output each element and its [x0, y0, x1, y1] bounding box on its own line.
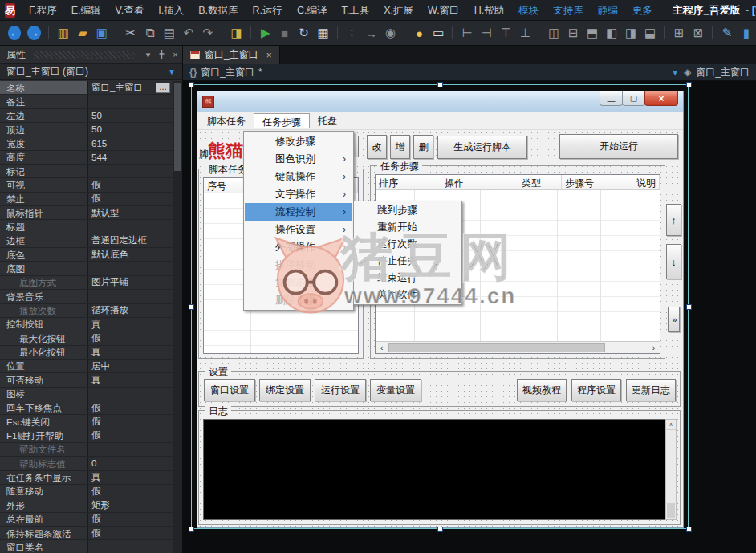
- property-value[interactable]: 真 …: [88, 373, 173, 386]
- property-value[interactable]: 假 …: [88, 178, 173, 191]
- step-into-icon[interactable]: →: [363, 23, 380, 43]
- close-panel-icon[interactable]: ×: [169, 50, 182, 59]
- column-header[interactable]: 说明: [633, 175, 660, 189]
- context-menu-item[interactable]: 排序移动: [245, 256, 352, 274]
- context-menu-item[interactable]: 修改步骤: [245, 132, 352, 150]
- scrollbar-thumb[interactable]: [174, 83, 181, 171]
- context-menu-item[interactable]: 流程控制 ›: [245, 203, 352, 221]
- submenu-item[interactable]: 结束运行: [355, 270, 461, 287]
- property-value[interactable]: …: [88, 262, 173, 274]
- form-menu-item[interactable]: 脚本任务: [199, 113, 254, 128]
- column-header[interactable]: 类型: [518, 175, 562, 189]
- submenu-item[interactable]: 停止任务: [355, 253, 461, 270]
- delete-button[interactable]: 删: [413, 135, 433, 159]
- plugin-menu-item[interactable]: 支持库: [546, 0, 591, 21]
- step-lock-icon[interactable]: ◉: [382, 23, 400, 43]
- property-value[interactable]: …: [88, 95, 173, 108]
- property-value[interactable]: 假 …: [88, 331, 173, 344]
- property-value[interactable]: …: [88, 290, 173, 303]
- menu-item[interactable]: H.帮助: [467, 0, 512, 21]
- properties-scrollbar[interactable]: [173, 81, 182, 553]
- tab-close-icon[interactable]: ×: [266, 50, 272, 61]
- context-menu-item[interactable]: 图色识别 ›: [245, 150, 352, 168]
- submenu-item[interactable]: 跳到步骤: [355, 202, 461, 219]
- stop-icon[interactable]: ■: [276, 23, 294, 43]
- property-value[interactable]: …: [88, 540, 173, 553]
- plugin-menu-item[interactable]: 更多: [625, 0, 660, 21]
- selection-handle[interactable]: [437, 527, 443, 532]
- cut-icon[interactable]: ✂: [122, 23, 140, 43]
- menu-item[interactable]: F.程序: [22, 0, 64, 21]
- selection-handle[interactable]: [686, 82, 692, 87]
- context-menu-item[interactable]: 外部操作 ›: [245, 238, 352, 256]
- align-top-icon[interactable]: ⊤: [497, 23, 514, 43]
- property-value[interactable]: 真 …: [88, 318, 173, 331]
- center-horizontal-icon[interactable]: ⊟: [564, 23, 582, 43]
- help-button[interactable]: 更新日志: [626, 379, 676, 401]
- settings-button[interactable]: 运行设置: [315, 379, 366, 401]
- pin-icon[interactable]: [155, 50, 169, 60]
- tab-window-main[interactable]: 窗口_主窗口 ×: [183, 46, 280, 64]
- space-across-icon[interactable]: ◧: [603, 23, 620, 43]
- help-button[interactable]: 程序设置: [571, 379, 621, 401]
- property-value[interactable]: 假 …: [88, 527, 173, 539]
- submenu-item[interactable]: 重新开始: [355, 219, 461, 236]
- settings-button[interactable]: 窗口设置: [204, 379, 255, 401]
- menu-item[interactable]: I.插入: [151, 0, 191, 21]
- space-down-icon[interactable]: ⬓: [641, 23, 659, 43]
- log-scrollbar[interactable]: ∧: [665, 419, 677, 520]
- plugin-menu-item[interactable]: 模块: [511, 0, 546, 21]
- selection-handle[interactable]: [437, 82, 443, 87]
- fit-size-icon[interactable]: ⊠: [689, 23, 707, 43]
- help-button[interactable]: 视频教程: [517, 379, 567, 401]
- close-button[interactable]: ×: [644, 91, 678, 106]
- generate-script-button[interactable]: 生成运行脚本: [437, 136, 527, 159]
- menu-item[interactable]: B.数据库: [191, 0, 245, 21]
- chevron-down-icon[interactable]: ▼: [671, 68, 679, 77]
- property-value[interactable]: 循环播放 …: [88, 304, 173, 317]
- new-program-icon[interactable]: ▥: [55, 23, 72, 43]
- selection-handle[interactable]: [189, 304, 194, 310]
- property-value[interactable]: 普通固定边框 …: [88, 234, 173, 247]
- add-button[interactable]: 增: [390, 135, 410, 159]
- settings-button[interactable]: 变量设置: [370, 379, 421, 401]
- property-value[interactable]: 假 …: [88, 415, 173, 428]
- property-value[interactable]: 假 …: [88, 485, 173, 498]
- column-header[interactable]: 操作: [441, 175, 518, 189]
- column-header[interactable]: 排序: [376, 175, 441, 189]
- compile-icon[interactable]: ▦: [315, 23, 332, 43]
- settings-button[interactable]: 绑定设置: [259, 379, 311, 401]
- property-value[interactable]: 50 …: [88, 123, 173, 136]
- maximize-button[interactable]: ▢: [622, 91, 645, 106]
- selection-handle[interactable]: [686, 304, 692, 310]
- run-icon[interactable]: ▶: [257, 23, 274, 43]
- submenu-item[interactable]: 运行次数: [355, 236, 461, 253]
- object-selector[interactable]: 窗口_主窗口 (窗口) ▼: [0, 63, 182, 80]
- submenu-item[interactable]: 关闭软件: [355, 287, 461, 303]
- plugin-menu-item[interactable]: 静编: [591, 0, 625, 21]
- property-value[interactable]: 窗口_主窗口 …: [88, 81, 173, 94]
- selection-handle[interactable]: [686, 527, 692, 532]
- menu-item[interactable]: T.工具: [334, 0, 376, 21]
- context-menu-item[interactable]: 复制步骤: [245, 274, 352, 291]
- form-titlebar[interactable]: 熊 — ▢ ×: [197, 91, 683, 112]
- context-menu-item[interactable]: 文字操作 ›: [245, 185, 352, 203]
- context-menu-item[interactable]: 键鼠操作 ›: [245, 168, 352, 185]
- menu-item[interactable]: X.扩展: [376, 0, 421, 21]
- ellipsis-button[interactable]: …: [156, 83, 170, 93]
- expand-button[interactable]: »: [668, 307, 680, 332]
- scrollbar-thumb[interactable]: [667, 503, 675, 518]
- size-to-grid-icon[interactable]: ⊞: [670, 23, 688, 43]
- same-width-icon[interactable]: ◫: [545, 23, 563, 43]
- menu-item[interactable]: V.查看: [108, 0, 152, 21]
- property-value[interactable]: …: [88, 388, 173, 401]
- log-textbox[interactable]: [203, 419, 665, 520]
- property-value[interactable]: …: [88, 220, 173, 233]
- property-value[interactable]: 假 …: [88, 513, 173, 526]
- selection-handle[interactable]: [189, 82, 194, 87]
- horizontal-scrollbar[interactable]: ‹ ›: [376, 341, 660, 353]
- property-value[interactable]: 50 …: [88, 109, 173, 122]
- column-header[interactable]: 步骤号: [562, 175, 633, 189]
- minimize-button[interactable]: —: [600, 91, 623, 106]
- context-menu-item[interactable]: 操作设置 ›: [245, 221, 352, 238]
